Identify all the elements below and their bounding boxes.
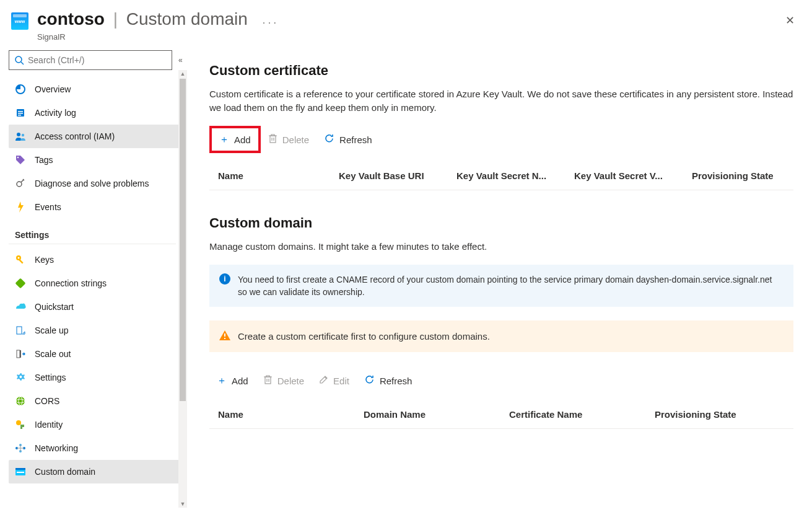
sidebar-item-custom-domain[interactable]: Custom domain <box>9 460 185 483</box>
delete-label: Delete <box>282 135 309 145</box>
custom-certificate-heading: Custom certificate <box>209 63 793 79</box>
info-icon: i <box>219 273 230 285</box>
page-title: contoso | Custom domain <box>37 9 248 30</box>
domain-delete-button[interactable]: Delete <box>256 369 312 392</box>
trash-icon <box>263 374 273 387</box>
trash-icon <box>268 133 277 146</box>
svg-rect-6 <box>18 115 21 116</box>
sidebar-item-label: Scale out <box>35 349 71 359</box>
domain-add-button[interactable]: ＋ Add <box>209 369 256 392</box>
cors-icon <box>15 395 26 407</box>
sidebar-item-access-control[interactable]: Access control (IAM) <box>9 125 185 148</box>
sidebar-item-scale-out[interactable]: Scale out <box>9 342 185 366</box>
refresh-label: Refresh <box>380 376 413 386</box>
search-input[interactable] <box>28 55 167 65</box>
svg-point-10 <box>17 182 22 187</box>
add-label: Add <box>232 376 248 386</box>
custom-domain-heading: Custom domain <box>209 215 793 231</box>
identity-icon <box>15 419 26 430</box>
more-menu[interactable]: · · · <box>263 17 276 29</box>
svg-rect-4 <box>18 111 23 112</box>
sidebar-item-label: Activity log <box>35 108 76 118</box>
cert-refresh-button[interactable]: Refresh <box>317 128 380 151</box>
sidebar-item-label: Scale up <box>35 325 68 335</box>
scale-out-icon <box>15 348 26 360</box>
refresh-icon <box>324 133 334 146</box>
edit-label: Edit <box>333 376 349 386</box>
sidebar-item-networking[interactable]: Networking <box>9 436 185 460</box>
sidebar-item-diagnose[interactable]: Diagnose and solve problems <box>9 172 185 195</box>
add-label: Add <box>234 135 251 145</box>
svg-rect-15 <box>17 327 22 334</box>
sidebar-item-cors[interactable]: CORS <box>9 389 185 413</box>
resource-type: SignalR <box>37 32 248 42</box>
svg-rect-29 <box>17 472 24 473</box>
sidebar-item-label: Events <box>35 202 61 212</box>
plus-icon: ＋ <box>217 374 227 387</box>
connection-strings-icon <box>15 278 26 289</box>
col-kv-secret-version: Key Vault Secret V... <box>574 170 692 181</box>
cert-add-button[interactable]: ＋ Add <box>212 128 258 151</box>
warning-text: Create a custom certificate first to con… <box>238 331 490 342</box>
domain-refresh-button[interactable]: Refresh <box>357 369 420 392</box>
domain-edit-button[interactable]: Edit <box>312 369 357 392</box>
svg-rect-28 <box>15 468 25 470</box>
cert-delete-button[interactable]: Delete <box>261 128 317 151</box>
sidebar-item-label: Networking <box>35 443 78 453</box>
collapse-sidebar-button[interactable]: « <box>178 56 181 64</box>
sidebar-item-quickstart[interactable]: Quickstart <box>9 295 185 319</box>
svg-point-7 <box>17 133 20 136</box>
svg-rect-16 <box>17 350 20 358</box>
svg-point-19 <box>16 397 25 405</box>
svg-line-1 <box>21 62 24 64</box>
svg-rect-30 <box>270 136 276 143</box>
tags-icon <box>15 154 26 166</box>
sidebar-item-label: Keys <box>35 255 54 265</box>
sidebar-item-identity[interactable]: Identity <box>9 413 185 436</box>
sidebar-item-events[interactable]: Events <box>9 195 185 219</box>
sidebar-item-label: Identity <box>35 420 63 430</box>
overview-icon <box>15 84 26 95</box>
sidebar-item-overview[interactable]: Overview <box>9 77 185 101</box>
page-name: Custom domain <box>126 9 248 29</box>
sidebar-item-keys[interactable]: Keys <box>9 248 185 271</box>
svg-rect-31 <box>224 333 225 337</box>
sidebar-item-label: Connection strings <box>35 278 107 288</box>
add-button-highlight: ＋ Add <box>209 126 261 153</box>
scroll-down-arrow[interactable]: ▼ <box>180 501 186 507</box>
plus-icon: ＋ <box>219 133 229 146</box>
sidebar-item-connection-strings[interactable]: Connection strings <box>9 271 185 295</box>
svg-rect-32 <box>224 338 225 339</box>
certificate-table-header: Name Key Vault Base URI Key Vault Secret… <box>209 163 793 190</box>
sidebar-item-label: Access control (IAM) <box>35 131 115 141</box>
custom-domain-description: Manage custom domains. It might take a f… <box>209 240 793 254</box>
scroll-up-arrow[interactable]: ▲ <box>180 71 186 77</box>
sidebar-item-label: Custom domain <box>35 467 95 477</box>
svg-point-8 <box>22 134 24 136</box>
domain-warning-banner: Create a custom certificate first to con… <box>209 320 793 352</box>
svg-point-12 <box>18 257 20 259</box>
scrollbar-thumb[interactable] <box>180 79 186 401</box>
sidebar-item-tags[interactable]: Tags <box>9 148 185 172</box>
sidebar-search[interactable] <box>9 50 172 70</box>
pencil-icon <box>319 375 328 387</box>
access-control-icon <box>15 131 26 142</box>
close-button[interactable]: ✕ <box>780 9 800 32</box>
sidebar-item-activity-log[interactable]: Activity log <box>9 101 185 125</box>
sidebar-item-label: CORS <box>35 396 59 406</box>
sidebar-item-label: Overview <box>35 84 71 94</box>
sidebar-item-settings[interactable]: Settings <box>9 366 185 389</box>
col-certificate-name: Certificate Name <box>509 409 655 420</box>
sidebar-item-scale-up[interactable]: Scale up <box>9 319 185 342</box>
events-icon <box>15 201 26 213</box>
gear-icon <box>15 372 26 383</box>
sidebar-item-label: Tags <box>35 155 53 165</box>
domain-toolbar: ＋ Add Delete Edit Refresh <box>209 369 793 392</box>
delete-label: Delete <box>277 376 304 386</box>
svg-rect-14 <box>15 278 25 288</box>
diagnose-icon <box>15 178 26 189</box>
col-name: Name <box>218 170 339 181</box>
sidebar-scrollbar[interactable]: ▲ ▼ <box>178 70 187 508</box>
svg-point-9 <box>17 157 19 158</box>
col-provisioning-state: Provisioning State <box>655 409 793 420</box>
